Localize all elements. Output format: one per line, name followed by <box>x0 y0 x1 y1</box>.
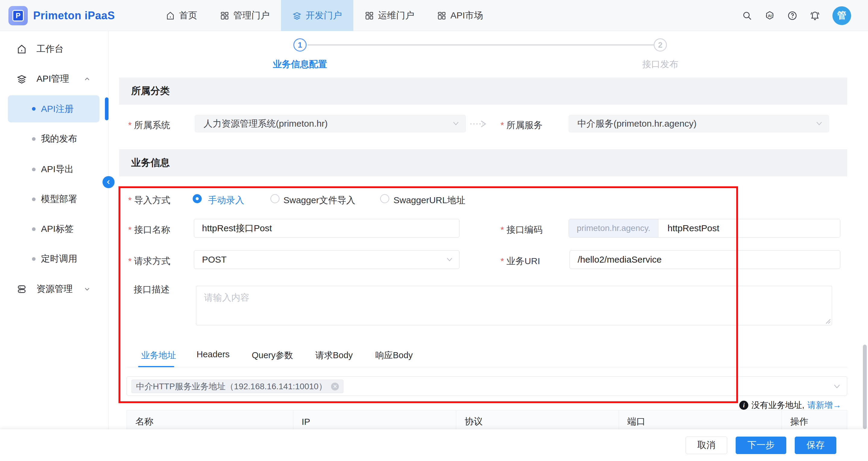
radio-label-manual-entry[interactable]: 手动录入 <box>208 194 244 207</box>
address-tag: 中介HTTP服务业务地址（192.168.16.141:10010） ✕ <box>131 379 343 393</box>
sidebar-collapse-button[interactable] <box>102 176 115 188</box>
sidebar-item-api-export[interactable]: API导出 <box>0 154 108 184</box>
navbar-actions: AI 管 <box>742 0 851 31</box>
nav-item-home[interactable]: 首页 <box>154 0 209 31</box>
field-label-description: 接口描述 <box>133 283 170 296</box>
table-header-row: 名称 IP 协议 端口 操作 <box>127 410 847 429</box>
portal-nav: 首页 管理门户 开发门户 运维门户 API市场 <box>154 0 494 31</box>
grid-icon <box>437 11 446 20</box>
nav-item-dev-portal[interactable]: 开发门户 <box>281 0 353 31</box>
sidebar-item-label: API标签 <box>41 223 73 235</box>
tab-request-body[interactable]: 请求Body <box>315 349 353 362</box>
sidebar-item-label: 我的发布 <box>41 133 77 145</box>
step-1-label: 业务信息配置 <box>255 58 345 70</box>
nav-item-ops-portal[interactable]: 运维门户 <box>353 0 426 31</box>
uri-input[interactable] <box>569 250 840 269</box>
section-title-classification: 所属分类 <box>119 78 847 104</box>
chevron-down-icon <box>446 257 453 262</box>
notification-bell-icon[interactable] <box>809 10 820 21</box>
home-icon <box>166 11 175 20</box>
nav-item-api-market[interactable]: API市场 <box>426 0 494 31</box>
sidebar-item-label: 定时调用 <box>41 253 77 265</box>
vertical-scrollbar-thumb[interactable] <box>863 345 867 429</box>
table-header-ip: IP <box>293 410 457 429</box>
brand[interactable]: P Primeton iPaaS <box>8 0 115 31</box>
service-select-value: 中介服务(primeton.hr.agency) <box>577 118 696 130</box>
system-select-value: 人力资源管理系统(primeton.hr) <box>204 118 328 130</box>
step-2-label: 接口发布 <box>615 58 706 70</box>
radio-manual-entry[interactable] <box>193 194 202 203</box>
service-select[interactable]: 中介服务(primeton.hr.agency) <box>569 115 829 132</box>
nav-item-label: 运维门户 <box>378 9 414 22</box>
radio-swagger-file[interactable] <box>271 194 279 203</box>
field-label-method: *请求方式 <box>128 255 170 268</box>
radio-swagger-url[interactable] <box>380 194 389 203</box>
table-header-name: 名称 <box>127 410 293 429</box>
api-code-input[interactable] <box>658 219 840 237</box>
method-select[interactable]: POST <box>194 250 460 269</box>
api-name-input[interactable] <box>194 219 460 238</box>
sidebar-item-scheduled-call[interactable]: 定时调用 <box>0 244 108 274</box>
help-icon[interactable] <box>787 10 798 21</box>
sidebar-item-label: API注册 <box>41 103 73 115</box>
no-address-hint: i 没有业务地址, 请新增→ <box>739 399 841 411</box>
field-label-api-code: *接口编码 <box>500 224 543 236</box>
tag-remove-icon[interactable]: ✕ <box>331 382 339 391</box>
sidebar-item-api-register[interactable]: API注册 <box>8 95 99 122</box>
nav-item-label: 管理门户 <box>234 9 270 22</box>
grid-icon <box>365 11 374 20</box>
bullet-dot-icon <box>32 257 36 261</box>
table-header-port: 端口 <box>619 410 782 429</box>
chevron-up-icon <box>83 75 91 83</box>
sidebar-item-my-publish[interactable]: 我的发布 <box>0 124 108 154</box>
tab-business-address[interactable]: 业务地址 <box>141 349 176 362</box>
sidebar-item-api-tags[interactable]: API标签 <box>0 214 108 244</box>
hint-text: 没有业务地址, <box>751 399 804 411</box>
info-icon: i <box>739 401 748 410</box>
sidebar-item-resource-management[interactable]: 资源管理 <box>0 274 108 304</box>
sidebar-item-model-deploy[interactable]: 模型部署 <box>0 184 108 214</box>
field-label-import-mode: *导入方式 <box>128 194 170 207</box>
nav-item-admin-portal[interactable]: 管理门户 <box>209 0 281 31</box>
chevron-down-icon <box>815 121 823 126</box>
brand-name: Primeton iPaaS <box>33 9 115 22</box>
system-select[interactable]: 人力资源管理系统(primeton.hr) <box>195 115 466 132</box>
flow-arrow-icon <box>469 119 489 129</box>
step-1-circle: 1 <box>293 38 307 52</box>
step-connector-line <box>308 44 654 45</box>
bullet-dot-icon <box>32 137 36 141</box>
ai-assistant-icon[interactable]: AI <box>764 10 775 21</box>
address-tag-label: 中介HTTP服务业务地址（192.168.16.141:10010） <box>136 381 327 392</box>
chevron-down-icon <box>452 121 460 126</box>
address-table: 名称 IP 协议 端口 操作 <box>127 410 847 429</box>
svg-text:AI: AI <box>768 13 772 18</box>
home-icon <box>17 44 27 54</box>
resize-grip-icon[interactable] <box>824 317 831 324</box>
radio-label-swagger-file[interactable]: Swagger文件导入 <box>283 194 355 207</box>
business-address-select[interactable]: 中介HTTP服务业务地址（192.168.16.141:10010） ✕ <box>127 376 847 396</box>
next-step-button[interactable]: 下一步 <box>736 437 786 454</box>
save-button[interactable]: 保存 <box>795 437 836 454</box>
description-textarea[interactable] <box>196 286 832 325</box>
sidebar: 工作台 API管理 API注册 我的发布 API导出 模型部署 API标签 定时… <box>0 31 108 429</box>
layers-icon <box>292 11 302 20</box>
field-label-service: *所属服务 <box>500 119 543 131</box>
field-label-uri: *业务URI <box>500 255 540 268</box>
sidebar-item-label: 工作台 <box>36 43 64 55</box>
add-address-link[interactable]: 请新增→ <box>807 399 841 411</box>
sidebar-item-workbench[interactable]: 工作台 <box>0 34 108 64</box>
sidebar-item-api-management[interactable]: API管理 <box>0 64 108 94</box>
user-avatar[interactable]: 管 <box>832 6 851 25</box>
tab-response-body[interactable]: 响应Body <box>375 349 413 362</box>
table-header-protocol: 协议 <box>456 410 619 429</box>
main-content: 1 2 业务信息配置 接口发布 所属分类 *所属系统 人力资源管理系统(prim… <box>108 31 868 429</box>
sidebar-item-label: API导出 <box>41 163 73 176</box>
tab-query-params[interactable]: Query参数 <box>252 349 293 362</box>
sidebar-item-label: 模型部署 <box>41 193 77 205</box>
cancel-button[interactable]: 取消 <box>686 437 727 454</box>
layers-icon <box>17 74 27 84</box>
bullet-dot-icon <box>32 197 36 201</box>
search-icon[interactable] <box>742 10 752 21</box>
tab-headers[interactable]: Headers <box>196 349 230 359</box>
radio-label-swagger-url[interactable]: SwaggerURL地址 <box>394 194 465 207</box>
